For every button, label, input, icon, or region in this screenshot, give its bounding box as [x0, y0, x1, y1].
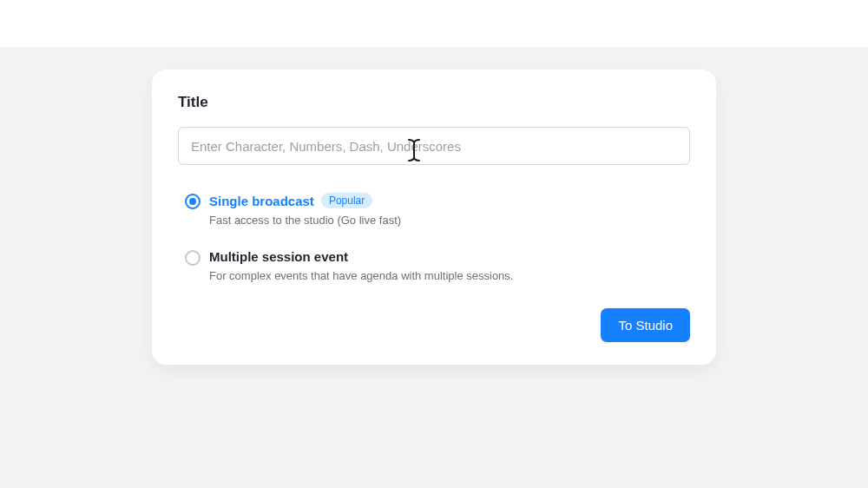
option-text-block: Single broadcast Popular Fast access to …	[209, 193, 401, 227]
title-label: Title	[178, 94, 690, 111]
popular-badge: Popular	[321, 193, 372, 208]
top-bar	[0, 0, 868, 48]
radio-icon[interactable]	[185, 194, 201, 209]
form-card: Title Single broadcast Popular Fast acce…	[152, 69, 716, 365]
title-input[interactable]	[178, 127, 690, 165]
option-label: Multiple session event	[209, 249, 348, 264]
option-description: Fast access to the studio (Go live fast)	[209, 214, 401, 227]
option-description: For complex events that have agenda with…	[209, 269, 513, 282]
event-type-options: Single broadcast Popular Fast access to …	[178, 193, 690, 282]
radio-icon[interactable]	[185, 250, 201, 266]
option-label: Single broadcast	[209, 194, 314, 208]
option-label-row: Multiple session event	[209, 249, 513, 264]
option-text-block: Multiple session event For complex event…	[209, 249, 513, 282]
page-background: Title Single broadcast Popular Fast acce…	[0, 48, 868, 488]
to-studio-button[interactable]: To Studio	[601, 308, 690, 342]
option-single-broadcast[interactable]: Single broadcast Popular Fast access to …	[185, 193, 690, 227]
option-label-row: Single broadcast Popular	[209, 193, 401, 208]
actions-row: To Studio	[178, 308, 690, 342]
option-multiple-session[interactable]: Multiple session event For complex event…	[185, 249, 690, 282]
